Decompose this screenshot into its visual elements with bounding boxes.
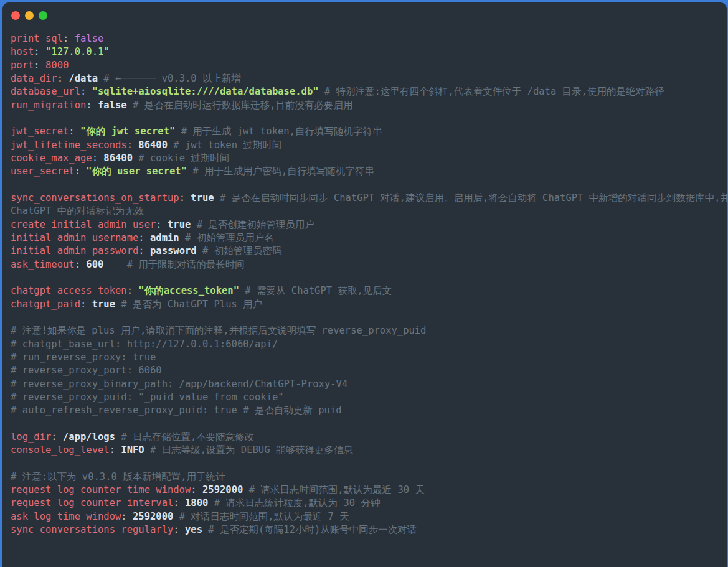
close-button[interactable]	[11, 11, 20, 20]
code-token-p: :	[138, 232, 150, 243]
code-token-c: # auto_refresh_reverse_proxy_puid: true …	[11, 405, 342, 416]
code-token-c: # 初始管理员用户名	[179, 232, 274, 243]
code-line: data_dir: /data # ←────── v0.3.0 以上新增	[11, 72, 719, 85]
code-token-k: ask_log_time_window	[11, 511, 121, 522]
code-line	[11, 418, 719, 431]
code-token-k: print_sql	[11, 33, 63, 44]
code-line	[11, 112, 719, 125]
code-token-p: :	[156, 219, 168, 230]
code-token-s: "你的 user secret"	[86, 166, 187, 177]
code-token-k: jwt_lifetime_seconds	[11, 139, 127, 151]
code-token-p: :	[75, 166, 87, 177]
code-token-c: # ←────── v0.3.0 以上新增	[98, 73, 241, 84]
code-line: cookie_max_age: 86400 # cookie 过期时间	[11, 152, 719, 165]
code-token-c: # 注意:以下为 v0.3.0 版本新增配置,用于统计	[11, 471, 225, 482]
code-token-p: :	[191, 484, 202, 495]
code-token-k: chatgpt_access_token	[11, 285, 127, 296]
code-token-p: :	[86, 100, 98, 111]
code-token-p: :	[173, 524, 185, 535]
code-token-s: "你的access_token"	[138, 285, 239, 296]
code-token-b: /app/logs	[63, 431, 115, 443]
code-token-pur: false	[75, 33, 104, 44]
minimize-button[interactable]	[25, 11, 34, 20]
code-line: create_initial_admin_user: true # 是否创建初始…	[11, 218, 719, 232]
code-line: initial_admin_password: password # 初始管理员…	[11, 245, 719, 258]
code-line: # 注意:以下为 v0.3.0 版本新增配置,用于统计	[11, 471, 719, 484]
code-line: # auto_refresh_reverse_proxy_puid: true …	[11, 404, 719, 417]
code-token-k: user_secret	[11, 166, 75, 177]
code-line: host: "127.0.0.1"	[11, 45, 719, 59]
code-token-c: # 请求日志时间范围,默认为最近 30 天	[243, 484, 425, 495]
code-token-p: :	[69, 126, 80, 137]
code-token-b: yes	[185, 524, 202, 535]
code-token-b: true	[92, 299, 115, 310]
code-line	[11, 271, 719, 284]
code-token-k: create_initial_admin_user	[11, 219, 156, 230]
code-token-c: # reverse_proxy_binary_path: /app/backen…	[11, 378, 347, 390]
code-line: log_dir: /app/logs # 日志存储位置,不要随意修改	[11, 431, 719, 444]
code-token-p: :	[121, 511, 133, 522]
code-token-b: INFO	[121, 444, 144, 456]
code-token-b: true	[191, 192, 214, 204]
terminal-window: print_sql: falsehost: "127.0.0.1"port: 8…	[2, 2, 727, 567]
code-token-c: ChatGPT 中的对话标记为无效	[11, 205, 144, 217]
code-token-c: # reverse_proxy_port: 6060	[11, 365, 162, 376]
code-token-c: # 用于限制对话的最长时间	[103, 259, 245, 270]
code-token-k: run_migration	[11, 100, 86, 111]
code-token-c: # 是否在启动时同步同步 ChatGPT 对话,建议启用。启用后,将会自动将 C…	[214, 192, 727, 204]
code-token-k: host	[11, 46, 34, 57]
code-token-k: initial_admin_username	[11, 232, 138, 243]
screenshot-frame: print_sql: falsehost: "127.0.0.1"port: 8…	[0, 0, 728, 567]
code-token-c: # 请求日志统计粒度,默认为 30 分钟	[208, 497, 380, 508]
code-token-k: database_url	[11, 86, 80, 97]
code-token-c: # chatgpt_base_url: http://127.0.0.1:606…	[11, 339, 278, 350]
yaml-config-code: print_sql: falsehost: "127.0.0.1"port: 8…	[2, 32, 727, 537]
code-token-p: :	[34, 46, 45, 57]
code-token-k: initial_admin_password	[11, 245, 138, 256]
code-token-k: ask_timeout	[11, 259, 75, 270]
code-line	[11, 179, 719, 192]
code-token-p: :	[110, 444, 121, 456]
code-line: # 注意!如果你是 plus 用户,请取消下面的注释,并根据后文说明填写 rev…	[11, 324, 719, 337]
code-token-c: # cookie 过期时间	[133, 152, 229, 164]
code-token-b: 1800	[185, 497, 208, 508]
code-line: ChatGPT 中的对话标记为无效	[11, 205, 719, 218]
code-token-c: # 初始管理员密码	[197, 245, 282, 256]
zoom-button[interactable]	[39, 11, 47, 20]
code-line: port: 8000	[11, 59, 719, 72]
code-token-p: :	[179, 192, 191, 204]
code-line	[11, 457, 719, 471]
code-token-c: # 是否定期(每隔12小时)从账号中同步一次对话	[202, 524, 417, 535]
code-token-c: # run_reverse_proxy: true	[11, 352, 156, 363]
code-token-c: # 注意!如果你是 plus 用户,请取消下面的注释,并根据后文说明填写 rev…	[11, 325, 426, 336]
code-token-p: :	[173, 497, 185, 508]
code-line: jwt_lifetime_seconds: 86400 # jwt token …	[11, 139, 719, 152]
code-line: # reverse_proxy_binary_path: /app/backen…	[11, 378, 719, 391]
code-token-b: 2592000	[202, 484, 243, 495]
code-line: # run_reverse_proxy: true	[11, 351, 719, 364]
code-token-c: # 特别注意:这里有四个斜杠,代表着文件位于 /data 目录,使用的是绝对路径	[319, 86, 664, 97]
code-token-c: # 日志等级,设置为 DEBUG 能够获得更多信息	[144, 444, 353, 456]
code-line: # reverse_proxy_port: 6060	[11, 364, 719, 377]
code-token-p: :	[57, 73, 69, 84]
code-token-k: console_log_level	[11, 444, 110, 456]
code-token-c: # 是否在启动时运行数据库迁移,目前没有必要启用	[127, 100, 353, 111]
code-token-b: /data	[69, 73, 98, 84]
code-line: print_sql: false	[11, 32, 719, 45]
code-token-c: # 是否为 ChatGPT Plus 用户	[115, 299, 262, 310]
code-token-c: # 需要从 ChatGPT 获取,见后文	[239, 285, 392, 296]
code-token-b: 86400	[138, 139, 168, 151]
code-token-n: 8000	[45, 60, 69, 71]
code-token-k: port	[11, 60, 34, 71]
code-token-p: :	[51, 431, 63, 443]
code-line: console_log_level: INFO # 日志等级,设置为 DEBUG…	[11, 444, 719, 457]
code-token-p: :	[80, 299, 92, 310]
code-token-c: # 用于生成用户密码,自行填写随机字符串	[187, 166, 374, 177]
code-token-k: sync_conversations_on_startup	[11, 192, 179, 204]
code-token-k: log_dir	[11, 431, 51, 443]
code-token-k: request_log_counter_time_window	[11, 484, 191, 495]
code-line: initial_admin_username: admin # 初始管理员用户名	[11, 232, 719, 245]
code-token-p: :	[92, 152, 104, 164]
code-token-p: :	[127, 139, 139, 151]
code-token-k: cookie_max_age	[11, 152, 92, 164]
